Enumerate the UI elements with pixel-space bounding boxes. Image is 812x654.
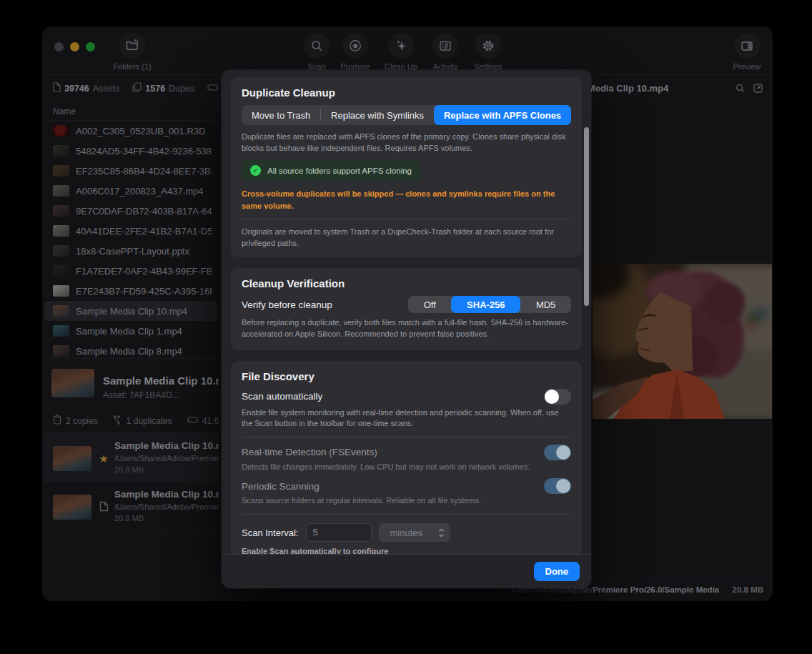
checkmark-circle-icon: ✓ xyxy=(250,165,261,176)
screen: Folders (1) ScanPromoteClean UpActivityS… xyxy=(0,0,812,654)
scan-auto-toggle[interactable] xyxy=(544,389,571,405)
verify-segmented-control: OffSHA-256MD5 xyxy=(408,296,571,313)
divider xyxy=(242,437,571,437)
verify-segment-md5[interactable]: MD5 xyxy=(520,296,571,313)
periodic-label: Periodic Scanning xyxy=(242,481,320,492)
scan-auto-description: Enable file system monitoring with real-… xyxy=(242,407,571,430)
interval-hint: Enable Scan automatically to configure xyxy=(242,547,571,554)
divider xyxy=(242,514,571,515)
scrollbar-thumb[interactable] xyxy=(584,127,589,306)
realtime-toggle[interactable] xyxy=(544,445,571,460)
cleanup-verification-card: Cleanup Verification Verify before clean… xyxy=(231,268,582,350)
cross-volume-warning: Cross-volume duplicates will be skipped … xyxy=(242,188,571,212)
modal-scroll-area: Duplicate Cleanup Move to TrashReplace w… xyxy=(222,70,591,554)
scan-auto-label: Scan automatically xyxy=(242,391,322,402)
chevron-up-down-icon xyxy=(438,528,445,537)
apfs-badge-text: All source folders support APFS cloning xyxy=(267,167,412,175)
trash-note: Originals are moved to system Trash or a… xyxy=(242,227,571,249)
modal-footer: Done xyxy=(222,554,591,588)
mode-description: Duplicate files are replaced with APFS c… xyxy=(242,132,571,154)
verify-segment-off[interactable]: Off xyxy=(408,296,451,313)
interval-unit-select[interactable]: minutes xyxy=(379,523,450,542)
periodic-description: Scans source folders at regular interval… xyxy=(242,495,571,507)
segment-move-to-trash[interactable]: Move to Trash xyxy=(242,105,320,125)
interval-unit-value: minutes xyxy=(390,527,423,538)
verify-segment-sha-256[interactable]: SHA-256 xyxy=(451,296,520,313)
verify-label: Verify before cleanup xyxy=(242,299,332,310)
verification-description: Before replacing a duplicate, verify bot… xyxy=(242,317,571,340)
realtime-label: Real-time Detection (FSEvents) xyxy=(242,447,377,457)
scan-interval-input[interactable]: 5 xyxy=(306,523,372,542)
segment-replace-with-apfs-clones[interactable]: Replace with APFS Clones xyxy=(434,105,571,125)
segment-replace-with-symlinks[interactable]: Replace with Symlinks xyxy=(321,105,434,125)
periodic-toggle[interactable] xyxy=(544,478,571,494)
duplicate-cleanup-card: Duplicate Cleanup Move to TrashReplace w… xyxy=(231,77,582,257)
discovery-title: File Discovery xyxy=(242,370,571,382)
realtime-description: Detects file changes immediately. Low CP… xyxy=(242,462,571,473)
done-button[interactable]: Done xyxy=(534,562,580,581)
apfs-support-badge: ✓ All source folders support APFS clonin… xyxy=(242,160,420,181)
scan-interval-label: Scan Interval: xyxy=(242,527,299,538)
modal-title: Duplicate Cleanup xyxy=(242,86,571,99)
file-discovery-card: File Discovery Scan automatically Enable… xyxy=(231,361,582,554)
verification-title: Cleanup Verification xyxy=(242,277,571,289)
cleanup-mode-segmented-control: Move to TrashReplace with SymlinksReplac… xyxy=(242,105,571,125)
divider xyxy=(242,219,571,219)
settings-modal: Duplicate Cleanup Move to TrashReplace w… xyxy=(222,70,591,588)
